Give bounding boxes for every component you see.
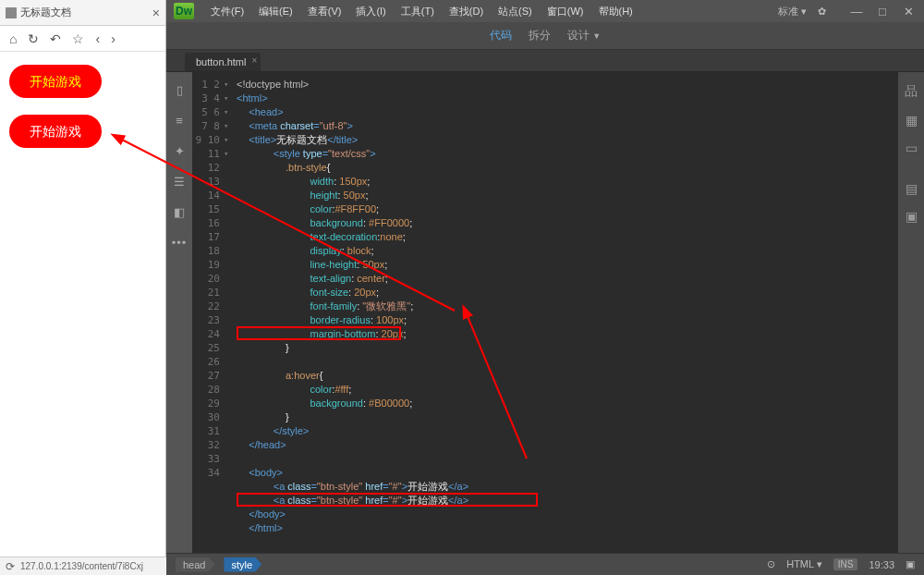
browser-tab-title: 无标题文档 <box>20 6 71 19</box>
panel-icon[interactable]: ▣ <box>906 209 918 224</box>
dw-logo-icon: Dw <box>174 3 194 19</box>
breadcrumb-head[interactable]: head <box>176 557 214 572</box>
panel-icon[interactable]: ▦ <box>906 113 918 128</box>
clock-label: 19:33 <box>869 559 894 570</box>
right-icon-rail: 品▦▭▤▣ <box>898 72 924 553</box>
browser-nav-bar: ⌂ ↻ ↶ ☆ ‹ › <box>0 26 165 52</box>
forward-icon[interactable]: › <box>111 31 116 46</box>
page-icon <box>6 7 17 18</box>
minimize-button[interactable]: — <box>848 5 865 18</box>
reload-icon[interactable]: ↻ <box>28 31 39 46</box>
undo-icon[interactable]: ↶ <box>50 31 61 46</box>
status-url: 127.0.0.1:2139/content/7i8Cxj <box>20 561 143 571</box>
close-icon[interactable]: × <box>252 55 258 66</box>
panel-icon[interactable]: 品 <box>905 83 918 100</box>
panel-icon[interactable]: ▭ <box>906 141 918 155</box>
rail-icon[interactable]: ▯ <box>176 83 183 97</box>
layout-mode-label[interactable]: 标准 ▾ <box>778 5 807 18</box>
menu-item[interactable]: 窗口(W) <box>540 6 591 17</box>
code-area[interactable]: <!doctype html> <html> <head> <meta char… <box>237 78 898 549</box>
window-controls: — □ ✕ <box>848 5 917 18</box>
menu-item[interactable]: 查找(D) <box>442 6 491 17</box>
home-icon[interactable]: ⌂ <box>9 31 17 46</box>
document-toolbar: 代码 拆分 设计 ▼ <box>166 22 924 50</box>
back-icon[interactable]: ‹ <box>95 31 100 46</box>
breadcrumb-style[interactable]: style <box>224 557 261 572</box>
file-tab-row: button.html × <box>166 50 924 72</box>
menu-bar: Dw 文件(F)编辑(E)查看(V)插入(I)工具(T)查找(D)站点(S)窗口… <box>166 0 924 22</box>
menu-item[interactable]: 站点(S) <box>491 6 540 17</box>
file-tab-label: button.html <box>196 56 246 67</box>
menu-item[interactable]: 工具(T) <box>394 6 442 17</box>
menu-item[interactable]: 查看(V) <box>300 6 349 17</box>
overflow-icon[interactable]: ▣ <box>906 558 915 570</box>
rail-icon[interactable]: ☰ <box>174 175 185 189</box>
left-icon-rail: ▯≡✦☰◧••• <box>166 72 192 553</box>
dreamweaver-app: Dw 文件(F)编辑(E)查看(V)插入(I)工具(T)查找(D)站点(S)窗口… <box>166 0 924 575</box>
rail-icon[interactable]: ••• <box>172 236 188 250</box>
menu-item[interactable]: 文件(F) <box>203 6 251 17</box>
browser-status-bar: ⟳ 127.0.0.1:2139/content/7i8Cxj <box>0 557 166 575</box>
close-icon[interactable]: × <box>152 6 160 20</box>
language-label[interactable]: HTML ▾ <box>786 558 822 570</box>
bottom-status-bar: head style ⊙ HTML ▾ INS 19:33 ▣ <box>166 553 924 575</box>
menu-item[interactable]: 插入(I) <box>348 6 393 17</box>
browser-tab-bar: 无标题文档 × <box>0 0 165 26</box>
maximize-button[interactable]: □ <box>874 5 891 18</box>
status-reload-icon[interactable]: ⟳ <box>6 560 15 573</box>
rail-icon[interactable]: ◧ <box>174 205 185 219</box>
favorite-icon[interactable]: ☆ <box>72 31 84 46</box>
panel-icon[interactable]: ▤ <box>906 181 918 196</box>
settings-icon[interactable]: ✿ <box>818 6 826 18</box>
browser-preview-pane: 无标题文档 × ⌂ ↻ ↶ ☆ ‹ › 开始游戏 开始游戏 ⟳ 127.0.0.… <box>0 0 166 575</box>
rail-icon[interactable]: ≡ <box>176 114 183 128</box>
preview-button-2[interactable]: 开始游戏 <box>9 115 102 148</box>
view-design-tab[interactable]: 设计 ▼ <box>567 28 601 43</box>
view-split-tab[interactable]: 拆分 <box>529 28 551 43</box>
preview-button-1[interactable]: 开始游戏 <box>9 65 102 98</box>
menu-item[interactable]: 编辑(E) <box>251 6 300 17</box>
line-number-gutter: 1 2 3 4 5 6 7 8 9 10 11 12 13 14 15 16 1… <box>192 78 224 480</box>
rail-icon[interactable]: ✦ <box>175 144 185 158</box>
code-editor[interactable]: 1 2 3 4 5 6 7 8 9 10 11 12 13 14 15 16 1… <box>192 72 898 553</box>
preview-body: 开始游戏 开始游戏 <box>0 52 165 177</box>
file-tab-button-html[interactable]: button.html × <box>185 53 261 71</box>
menu-item[interactable]: 帮助(H) <box>591 6 640 17</box>
error-indicator-icon[interactable]: ⊙ <box>767 558 775 570</box>
view-code-tab[interactable]: 代码 <box>490 28 512 43</box>
close-button[interactable]: ✕ <box>900 5 917 18</box>
insert-mode-badge[interactable]: INS <box>833 558 858 570</box>
work-area: ▯≡✦☰◧••• 1 2 3 4 5 6 7 8 9 10 11 12 13 1… <box>166 72 924 553</box>
fold-column[interactable]: ▾ ▾ ▾ ▾ ▾ ▾ <box>224 78 235 161</box>
